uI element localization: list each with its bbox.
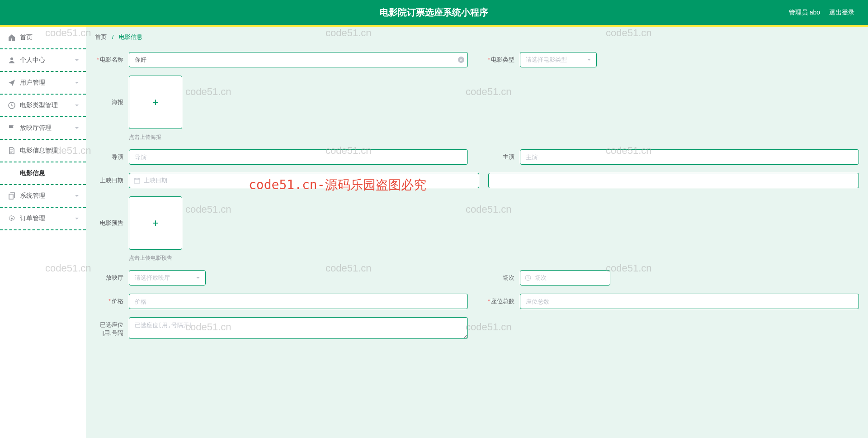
calendar-icon xyxy=(134,177,140,184)
sidebar-item-label: 放映厅管理 xyxy=(20,124,52,132)
chevron-down-icon xyxy=(195,275,201,281)
price-input[interactable] xyxy=(129,294,468,309)
gear-icon xyxy=(8,215,15,222)
sidebar-item-movieinfo[interactable]: 电影信息管理 xyxy=(0,140,86,162)
sidebar-item-profile[interactable]: 个人中心 xyxy=(0,49,86,72)
sidebar-item-label: 个人中心 xyxy=(20,56,45,64)
sidebar-item-label: 系统管理 xyxy=(20,192,45,200)
chevron-down-icon xyxy=(75,126,79,130)
header-right: 管理员 abo 退出登录 xyxy=(789,9,854,17)
release-date-input[interactable]: 上映日期 xyxy=(129,173,479,188)
svg-rect-4 xyxy=(134,178,140,183)
chevron-down-icon xyxy=(75,81,79,85)
sidebar-item-label: 订单管理 xyxy=(20,214,45,223)
movie-type-select[interactable]: 请选择电影类型 xyxy=(520,52,597,67)
sidebar-item-system[interactable]: 系统管理 xyxy=(0,185,86,208)
actor-input[interactable] xyxy=(520,149,859,165)
breadcrumb-separator: / xyxy=(112,33,114,40)
clock-icon xyxy=(8,102,15,109)
plus-icon: + xyxy=(152,217,159,229)
home-icon xyxy=(8,34,15,41)
poster-upload[interactable]: + xyxy=(129,76,182,129)
trailer-hint: 点击上传电影预告 xyxy=(129,254,859,262)
row-seats-selected: 已选座位[用,号隔 xyxy=(95,317,468,340)
app-title: 电影院订票选座系统小程序 xyxy=(380,6,488,19)
sidebar-item-movietype[interactable]: 电影类型管理 xyxy=(0,95,86,117)
row-trailer: 电影预告 + 点击上传电影预告 xyxy=(95,196,859,262)
poster-hint: 点击上传海报 xyxy=(129,133,859,141)
clock-icon xyxy=(525,275,531,281)
send-icon xyxy=(8,79,15,86)
row-movie-type: *电影类型 请选择电影类型 xyxy=(486,52,859,67)
session-input[interactable]: 场次 xyxy=(520,270,610,286)
form-area: *电影名称 ✕ *电影类型 请选择电影类型 xyxy=(86,48,868,362)
row-release-date: 上映日期 上映日期 xyxy=(95,173,859,188)
row-seats-total: *座位总数 xyxy=(486,294,859,309)
header: 电影院订票选座系统小程序 管理员 abo 退出登录 xyxy=(0,0,868,25)
chevron-down-icon xyxy=(75,216,79,221)
row-poster: 海报 + 点击上传海报 xyxy=(95,76,859,141)
row-price: *价格 xyxy=(95,294,468,309)
sidebar-item-users[interactable]: 用户管理 xyxy=(0,72,86,95)
trailer-upload[interactable]: + xyxy=(129,196,182,250)
sidebar-item-label: 电影类型管理 xyxy=(20,101,58,110)
copy-icon xyxy=(8,192,15,200)
sidebar-item-home[interactable]: 首页 xyxy=(0,27,86,49)
document-icon xyxy=(8,147,15,154)
release-extra-input[interactable] xyxy=(488,173,859,188)
row-director: 导演 xyxy=(95,149,468,165)
row-movie-name: *电影名称 ✕ xyxy=(95,52,468,67)
plus-icon: + xyxy=(152,96,159,109)
sidebar-item-orders[interactable]: 订单管理 xyxy=(0,208,86,230)
logout-link[interactable]: 退出登录 xyxy=(829,9,854,17)
chevron-down-icon xyxy=(75,58,79,62)
director-input[interactable] xyxy=(129,149,468,165)
sidebar-item-label: 用户管理 xyxy=(20,79,45,87)
seats-selected-input[interactable] xyxy=(129,317,468,339)
breadcrumb-current: 电影信息 xyxy=(119,33,142,40)
svg-point-0 xyxy=(10,57,13,60)
sidebar-item-label: 电影信息管理 xyxy=(20,147,58,155)
row-actor: 主演 xyxy=(486,149,859,165)
main-content: 首页 / 电影信息 *电影名称 ✕ *电影类型 请选择电影类型 xyxy=(86,27,868,438)
flag-icon xyxy=(8,124,15,132)
row-session: 场次 场次 xyxy=(486,270,859,286)
svg-point-3 xyxy=(11,218,13,219)
chevron-down-icon xyxy=(586,57,592,62)
sidebar-sub-movieinfo[interactable]: 电影信息 xyxy=(0,162,86,185)
movie-name-input[interactable] xyxy=(129,52,468,67)
user-icon xyxy=(8,57,15,64)
breadcrumb: 首页 / 电影信息 xyxy=(86,27,868,48)
svg-rect-2 xyxy=(9,194,13,199)
clear-icon[interactable]: ✕ xyxy=(458,57,464,63)
sidebar-item-label: 首页 xyxy=(20,33,33,42)
chevron-down-icon xyxy=(75,194,79,198)
chevron-down-icon xyxy=(75,103,79,108)
row-hall: 放映厅 请选择放映厅 xyxy=(95,270,468,286)
admin-label[interactable]: 管理员 abo xyxy=(789,9,820,17)
sidebar: 首页 个人中心 用户管理 电影类型管理 放映厅管理 电影信息管理 电影信息 xyxy=(0,27,86,438)
hall-select[interactable]: 请选择放映厅 xyxy=(129,270,206,286)
sidebar-item-hall[interactable]: 放映厅管理 xyxy=(0,117,86,140)
seats-total-input[interactable] xyxy=(520,294,859,309)
breadcrumb-home[interactable]: 首页 xyxy=(95,33,107,40)
